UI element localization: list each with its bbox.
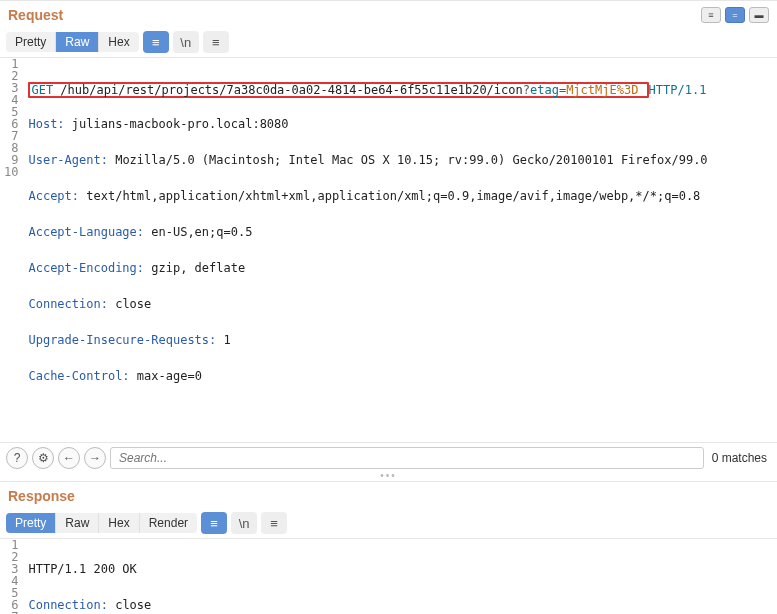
header-user-agent: User-Agent: Mozilla/5.0 (Macintosh; Inte…	[28, 154, 777, 166]
empty-line	[28, 406, 777, 418]
response-panel: Response Pretty Raw Hex Render ≡ \n ≡ 1 …	[0, 481, 777, 614]
request-gutter: 1 2 3 4 5 6 7 8 9 10	[0, 58, 26, 442]
request-code-body[interactable]: GET /hub/api/rest/projects/7a38c0da-0a02…	[26, 58, 777, 442]
highlighted-request-line: GET /hub/api/rest/projects/7a38c0da-0a02…	[28, 82, 648, 98]
request-panel: Request ≡ = ▬ Pretty Raw Hex ≡ \n ≡ 1 2 …	[0, 0, 777, 473]
wrap-toggle[interactable]: ≡	[143, 31, 169, 53]
layout-single[interactable]: ▬	[749, 7, 769, 23]
response-code-body[interactable]: HTTP/1.1 200 OK Connection: close Date: …	[26, 539, 777, 614]
request-view-tabs: Pretty Raw Hex	[6, 32, 139, 52]
request-title: Request	[8, 7, 63, 23]
layout-switcher: ≡ = ▬	[701, 7, 769, 23]
header-accept-language: Accept-Language: en-US,en;q=0.5	[28, 226, 777, 238]
response-gutter: 1 2 3 4 5 6 7 8 9 10 11 12 13 14 15 16 1…	[0, 539, 26, 614]
forward-button[interactable]: →	[84, 447, 106, 469]
request-code[interactable]: 1 2 3 4 5 6 7 8 9 10 GET /hub/api/rest/p…	[0, 58, 777, 442]
header-connection: Connection: close	[28, 298, 777, 310]
request-footer: ? ⚙ ← → 0 matches	[0, 442, 777, 473]
response-toolbar: Pretty Raw Hex Render ≡ \n ≡	[0, 508, 777, 539]
tab-pretty[interactable]: Pretty	[6, 513, 56, 533]
newline-toggle[interactable]: \n	[173, 31, 199, 53]
tab-raw[interactable]: Raw	[56, 32, 99, 52]
response-view-tabs: Pretty Raw Hex Render	[6, 513, 197, 533]
panel-splitter[interactable]: •••	[0, 473, 777, 481]
response-title: Response	[8, 488, 75, 504]
layout-split-vertical[interactable]: ≡	[701, 7, 721, 23]
layout-split-horizontal[interactable]: =	[725, 7, 745, 23]
back-button[interactable]: ←	[58, 447, 80, 469]
search-input[interactable]	[110, 447, 704, 469]
request-toolbar: Pretty Raw Hex ≡ \n ≡	[0, 27, 777, 58]
wrap-toggle[interactable]: ≡	[201, 512, 227, 534]
status-line: HTTP/1.1 200 OK	[28, 563, 777, 575]
tab-hex[interactable]: Hex	[99, 32, 138, 52]
header-host: Host: julians-macbook-pro.local:8080	[28, 118, 777, 130]
request-line-1: GET /hub/api/rest/projects/7a38c0da-0a02…	[28, 82, 777, 94]
request-header: Request ≡ = ▬	[0, 1, 777, 27]
match-count: 0 matches	[708, 451, 771, 465]
tab-raw[interactable]: Raw	[56, 513, 99, 533]
newline-toggle[interactable]: \n	[231, 512, 257, 534]
tab-pretty[interactable]: Pretty	[6, 32, 56, 52]
response-code[interactable]: 1 2 3 4 5 6 7 8 9 10 11 12 13 14 15 16 1…	[0, 539, 777, 614]
tab-render[interactable]: Render	[140, 513, 197, 533]
header-upgrade-insecure: Upgrade-Insecure-Requests: 1	[28, 334, 777, 346]
help-button[interactable]: ?	[6, 447, 28, 469]
tab-hex[interactable]: Hex	[99, 513, 139, 533]
header-connection: Connection: close	[28, 599, 777, 611]
response-header: Response	[0, 482, 777, 508]
header-accept: Accept: text/html,application/xhtml+xml,…	[28, 190, 777, 202]
more-menu[interactable]: ≡	[261, 512, 287, 534]
settings-button[interactable]: ⚙	[32, 447, 54, 469]
header-accept-encoding: Accept-Encoding: gzip, deflate	[28, 262, 777, 274]
more-menu[interactable]: ≡	[203, 31, 229, 53]
header-cache-control: Cache-Control: max-age=0	[28, 370, 777, 382]
